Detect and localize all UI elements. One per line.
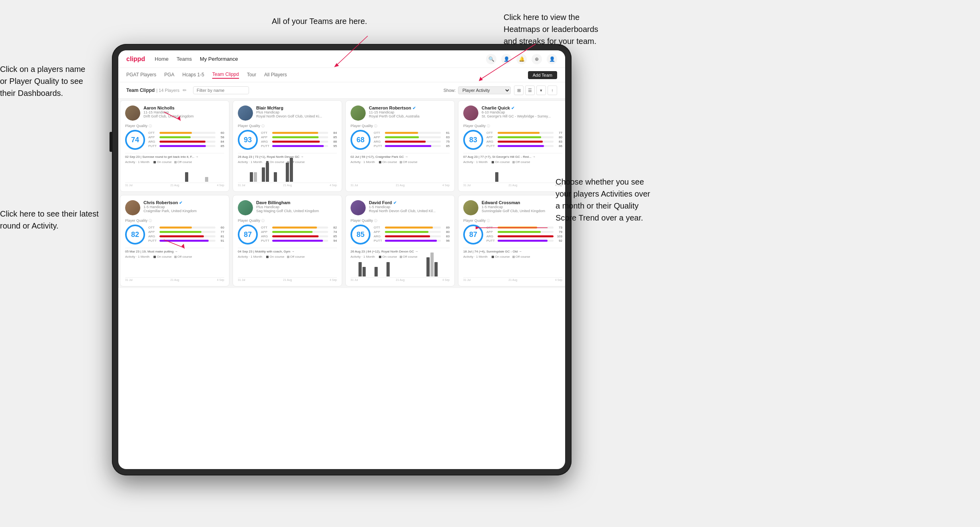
player-avatar bbox=[125, 105, 140, 121]
player-name[interactable]: Cameron Robertson ✔ bbox=[369, 105, 450, 110]
latest-round[interactable]: 26 Aug 23 | 84 (+12), Royal North Devon … bbox=[351, 248, 450, 253]
stat-row-app: APP 74 bbox=[261, 230, 337, 234]
tab-team-clippd[interactable]: Team Clippd bbox=[212, 72, 239, 79]
player-name[interactable]: Blair McHarg bbox=[256, 105, 337, 110]
nav-my-performance[interactable]: My Performance bbox=[200, 56, 238, 62]
quality-score[interactable]: 68 bbox=[351, 130, 370, 150]
search-icon[interactable]: 🔍 bbox=[486, 54, 496, 64]
profile-icon[interactable]: 👤 bbox=[501, 54, 512, 64]
on-course-legend: On course bbox=[153, 255, 171, 259]
quality-label: Player Quality ⓘ bbox=[125, 124, 224, 128]
stat-label: PUTT bbox=[148, 144, 158, 148]
tab-pga[interactable]: PGA bbox=[164, 72, 174, 78]
stat-value: 73 bbox=[555, 226, 562, 229]
tab-hcaps[interactable]: Hcaps 1-5 bbox=[182, 72, 204, 78]
player-card[interactable]: Blair McHarg Plus Handicap Royal North D… bbox=[233, 100, 342, 192]
stat-value: 96 bbox=[442, 239, 450, 243]
stat-bar-app bbox=[498, 231, 541, 233]
stat-row-arg: ARG 83 bbox=[486, 140, 562, 143]
stat-bar-bg bbox=[272, 141, 328, 143]
quality-label: Player Quality ⓘ bbox=[351, 219, 450, 223]
filter-input[interactable] bbox=[193, 86, 249, 94]
date-mid: 21 Aug bbox=[170, 278, 179, 281]
on-course-legend: On course bbox=[492, 255, 510, 259]
quality-label: Player Quality ⓘ bbox=[125, 219, 224, 223]
activity-section: Activity · 1 Month On course Off course … bbox=[238, 255, 337, 281]
player-card[interactable]: Charlie Quick ✔ 6-10 Handicap St. George… bbox=[458, 100, 565, 192]
tab-tour[interactable]: Tour bbox=[247, 72, 256, 78]
player-card[interactable]: Cameron Robertson ✔ 11-15 Handicap Royal… bbox=[345, 100, 455, 192]
stat-row-arg: ARG 75 bbox=[374, 140, 450, 143]
latest-round[interactable]: 07 Aug 23 | 77 (+7), St George's Hill GC… bbox=[463, 153, 562, 159]
chart-bar bbox=[363, 267, 366, 276]
latest-round[interactable]: 04 Sep 23 | Mobility with coach, Gym → bbox=[238, 248, 337, 253]
player-card[interactable]: Edward Crossman 1-5 Handicap Sunningdale… bbox=[458, 195, 565, 286]
latest-round[interactable]: 02 Jul | 59 (+17), Craigmillar Park GC → bbox=[351, 153, 450, 159]
tab-pgat[interactable]: PGAT Players bbox=[126, 72, 156, 78]
quality-section[interactable]: 68 OTT 61 APP 63 ARG 75 PUTT bbox=[351, 130, 450, 150]
user-avatar-icon[interactable]: 👤 bbox=[547, 54, 557, 64]
quality-section[interactable]: 74 OTT 60 APP 58 ARG 84 PUTT bbox=[125, 130, 224, 150]
stat-bar-app bbox=[159, 136, 191, 138]
player-name[interactable]: Dave Billingham bbox=[256, 200, 337, 205]
quality-section[interactable]: 83 OTT 77 APP 80 ARG 83 PUTT bbox=[463, 130, 562, 150]
team-title: Team Clippd bbox=[126, 88, 155, 93]
latest-round[interactable]: 18 Jul | 74 (+4), Sunningdale GC - Old → bbox=[463, 248, 562, 253]
stat-bar-bg bbox=[385, 136, 441, 138]
stat-bar-arg bbox=[272, 235, 319, 237]
player-name[interactable]: David Ford ✔ bbox=[369, 200, 450, 205]
stat-bar-ott bbox=[385, 227, 433, 229]
quality-section[interactable]: 87 OTT 82 APP 74 ARG 85 PUTT bbox=[238, 225, 337, 245]
latest-round[interactable]: 02 Sep 23 | Sunrose round to get back in… bbox=[125, 153, 224, 159]
stat-value: 74 bbox=[330, 230, 337, 234]
stat-bar-bg bbox=[159, 132, 215, 134]
list-view-icon[interactable]: ☰ bbox=[525, 86, 535, 95]
quality-score[interactable]: 83 bbox=[463, 130, 483, 150]
player-name[interactable]: Chris Robertson ✔ bbox=[143, 200, 224, 205]
nav-teams[interactable]: Teams bbox=[177, 56, 192, 62]
quality-score[interactable]: 82 bbox=[125, 225, 145, 245]
quality-score[interactable]: 93 bbox=[238, 130, 258, 150]
show-label: Show: bbox=[443, 88, 456, 93]
player-card[interactable]: Aaron Nicholls 11-15 Handicap Drift Golf… bbox=[120, 100, 229, 192]
latest-round[interactable]: 26 Aug 23 | 73 (+1), Royal North Devon G… bbox=[238, 153, 337, 159]
nav-home[interactable]: Home bbox=[155, 56, 169, 62]
date-start: 31 Jul bbox=[463, 278, 471, 281]
verified-icon: ✔ bbox=[179, 201, 182, 205]
notification-icon[interactable]: 🔔 bbox=[516, 54, 527, 64]
quality-score[interactable]: 74 bbox=[125, 130, 145, 150]
activity-label: Activity · 1 Month On course Off course bbox=[351, 255, 450, 259]
edit-icon[interactable]: ✏ bbox=[183, 88, 187, 93]
show-select[interactable]: Player Activity Quality Score Trend bbox=[458, 86, 511, 94]
player-name[interactable]: Edward Crossman bbox=[482, 200, 562, 205]
stat-bar-arg bbox=[385, 141, 426, 143]
player-card[interactable]: David Ford ✔ 1-5 Handicap Royal North De… bbox=[345, 195, 455, 286]
date-mid: 21 Aug bbox=[396, 278, 404, 281]
settings-icon[interactable]: ⊕ bbox=[532, 54, 542, 64]
player-club: St. George's Hill GC - Weybridge - Surre… bbox=[482, 114, 562, 118]
grid-view-icon[interactable]: ⊞ bbox=[514, 86, 524, 95]
add-team-button[interactable]: Add Team bbox=[528, 71, 557, 79]
player-name[interactable]: Aaron Nicholls bbox=[143, 105, 224, 110]
stat-value: 89 bbox=[442, 226, 450, 229]
tab-all-players[interactable]: All Players bbox=[264, 72, 287, 78]
quality-score[interactable]: 87 bbox=[463, 225, 483, 245]
player-header: Charlie Quick ✔ 6-10 Handicap St. George… bbox=[463, 105, 562, 121]
quality-score[interactable]: 85 bbox=[351, 225, 370, 245]
sort-icon[interactable]: ↑ bbox=[548, 86, 557, 95]
player-card[interactable]: Chris Robertson ✔ 1-5 Handicap Craigmill… bbox=[120, 195, 229, 286]
player-card[interactable]: Dave Billingham Plus Handicap Sag Maging… bbox=[233, 195, 342, 286]
player-name[interactable]: Charlie Quick ✔ bbox=[482, 105, 562, 110]
quality-section[interactable]: 85 OTT 89 APP 80 ARG 83 PUTT bbox=[351, 225, 450, 245]
stat-row-ott: OTT 60 bbox=[148, 226, 224, 229]
player-header: Aaron Nicholls 11-15 Handicap Drift Golf… bbox=[125, 105, 224, 121]
latest-round[interactable]: 05 Mar 23 | 19, Must make putting → bbox=[125, 248, 224, 253]
stat-bar-bg bbox=[498, 145, 554, 147]
filter-icon[interactable]: ▾ bbox=[536, 86, 546, 95]
stat-label: APP bbox=[374, 135, 383, 139]
quality-section[interactable]: 82 OTT 60 APP 77 ARG 81 PUTT bbox=[125, 225, 224, 245]
quality-section[interactable]: 93 OTT 84 APP 85 ARG 88 PUTT bbox=[238, 130, 337, 150]
date-mid: 21 Aug bbox=[396, 184, 404, 187]
quality-section[interactable]: 87 OTT 73 APP 79 ARG 103 PUTT bbox=[463, 225, 562, 245]
quality-score[interactable]: 87 bbox=[238, 225, 258, 245]
